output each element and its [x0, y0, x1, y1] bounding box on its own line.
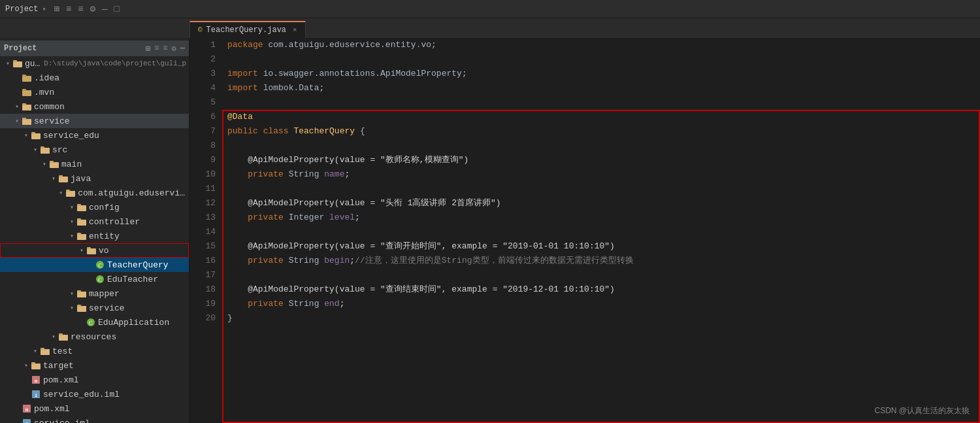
tree-item-2[interactable]: .mvn	[0, 85, 189, 99]
tree-item-17[interactable]: ▾service	[0, 301, 189, 315]
tool-icon-4[interactable]: ⚙	[90, 3, 95, 14]
tree-item-19[interactable]: ▾resources	[0, 330, 189, 344]
sidebar-icon-2[interactable]: ≡	[154, 44, 159, 54]
tree-icon	[77, 303, 86, 313]
tree-item-4[interactable]: ▾service	[0, 114, 189, 128]
tree-arrow: ▾	[21, 131, 31, 139]
svg-rect-14	[50, 162, 59, 168]
code-line-1: package com.atguigu.eduservice.entity.vo…	[227, 38, 970, 52]
line-number-11: 11	[189, 182, 216, 196]
tree-item-0[interactable]: ▾guli_parent D:\study\java\code\project\…	[0, 56, 189, 71]
tree-label: vo	[99, 246, 109, 256]
code-editor[interactable]: 1234567891011121314151617181920 package …	[189, 38, 980, 423]
tree-item-13[interactable]: ▾vo	[0, 243, 189, 258]
svg-rect-0	[13, 61, 22, 67]
tree-item-3[interactable]: ▾common	[0, 99, 189, 114]
tree-item-16[interactable]: ▾mapper	[0, 286, 189, 301]
sidebar-icon-3[interactable]: ≡	[163, 44, 167, 54]
tool-icon-2[interactable]: ≡	[66, 4, 71, 14]
tree-item-9[interactable]: ▾com.atguigu.eduservice	[0, 186, 189, 200]
tree-icon: C	[95, 275, 105, 284]
code-line-15: @ApiModelProperty(value = "查询开始时间", exam…	[227, 239, 970, 254]
tool-icon-6[interactable]: □	[114, 4, 120, 14]
svg-rect-40	[41, 349, 50, 355]
tree-item-22[interactable]: mpom.xml	[0, 373, 189, 387]
project-section-header[interactable]: Project ⊞ ≡ ≡ ⚙ —	[0, 41, 189, 56]
tree-label: service_edu.iml	[43, 390, 120, 399]
line-number-6: 6	[189, 110, 216, 124]
tree-label: controller	[89, 217, 140, 227]
tree-arrow: ▾	[56, 189, 66, 197]
svg-rect-25	[77, 233, 81, 235]
line-number-1: 1	[189, 38, 216, 52]
tree-icon	[41, 347, 50, 356]
tool-icon-3[interactable]: ≡	[78, 4, 83, 14]
svg-rect-43	[31, 362, 35, 364]
tree-icon	[87, 246, 96, 256]
svg-rect-16	[59, 177, 68, 182]
sidebar-icon-5[interactable]: —	[180, 44, 185, 54]
tree-item-23[interactable]: iservice_edu.iml	[0, 387, 189, 401]
code-container: 1234567891011121314151617181920 package …	[189, 38, 980, 423]
sidebar-icon-1[interactable]: ⊞	[146, 44, 150, 54]
tab-close-button[interactable]: ×	[293, 26, 297, 34]
tree-item-5[interactable]: ▾service_edu	[0, 128, 189, 143]
svg-rect-17	[59, 175, 63, 177]
tree-item-14[interactable]: CTeacherQuery	[0, 258, 189, 272]
tree-item-25[interactable]: iservice.iml	[0, 416, 189, 423]
code-line-14	[227, 225, 970, 239]
tree-label: .mvn	[34, 88, 54, 97]
tool-icon-5[interactable]: —	[102, 4, 107, 14]
tree-icon	[22, 88, 31, 97]
tree-arrow: ▾	[67, 218, 77, 226]
tab-file-icon: ©	[198, 26, 203, 34]
title-bar: Project ▾ ⊞ ≡ ≡ ⚙ — □	[0, 0, 980, 18]
tree-item-8[interactable]: ▾java	[0, 171, 189, 186]
tree-item-18[interactable]: CEduApplication	[0, 315, 189, 330]
tree-label: service	[34, 116, 70, 126]
code-line-13: private Integer level;	[227, 211, 970, 225]
tree-item-6[interactable]: ▾src	[0, 143, 189, 157]
svg-rect-6	[22, 105, 31, 110]
tree-item-7[interactable]: ▾main	[0, 157, 189, 171]
tree-item-1[interactable]: .idea	[0, 71, 189, 85]
line-number-18: 18	[189, 282, 216, 297]
line-number-4: 4	[189, 81, 216, 95]
tree-icon	[31, 131, 41, 141]
csdn-watermark: CSDN @认真生活的灰太狼	[874, 405, 970, 416]
sidebar-icon-4[interactable]: ⚙	[172, 44, 176, 54]
tree-item-12[interactable]: ▾entity	[0, 229, 189, 243]
tree-icon	[22, 116, 31, 126]
svg-rect-12	[41, 148, 50, 154]
project-label[interactable]: Project	[5, 5, 38, 14]
svg-text:C: C	[98, 277, 102, 283]
line-number-5: 5	[189, 95, 216, 110]
tree-arrow: ▾	[48, 333, 59, 341]
svg-rect-41	[41, 348, 44, 350]
tree-item-20[interactable]: ▾test	[0, 344, 189, 358]
tab-teacher-query[interactable]: © TeacherQuery.java ×	[189, 21, 306, 38]
tree-arrow: ▾	[48, 175, 59, 182]
tree-item-11[interactable]: ▾controller	[0, 214, 189, 229]
line-number-14: 14	[189, 225, 216, 239]
tree-item-24[interactable]: mpom.xml	[0, 401, 189, 416]
tree-label: service_edu	[43, 131, 99, 141]
tree-label: test	[52, 347, 73, 356]
tree-item-10[interactable]: ▾config	[0, 200, 189, 214]
sidebar-toolbar: ⊞ ≡ ≡ ⚙ —	[146, 44, 185, 54]
svg-rect-19	[66, 190, 70, 192]
tree-label: TeacherQuery	[107, 260, 169, 270]
code-line-5	[227, 95, 970, 110]
tree-label: .idea	[34, 73, 59, 83]
project-header-label: Project	[4, 44, 37, 53]
tree-item-15[interactable]: CEduTeacher	[0, 272, 189, 286]
tab-bar: © TeacherQuery.java ×	[0, 18, 980, 38]
svg-rect-21	[77, 204, 81, 206]
code-line-18: @ApiModelProperty(value = "查询结束时间", exam…	[227, 282, 970, 297]
tree-item-21[interactable]: ▾target	[0, 358, 189, 373]
line-number-9: 9	[189, 153, 216, 167]
project-chevron[interactable]: ▾	[42, 5, 46, 13]
tree-icon: m	[22, 404, 31, 414]
tool-icon-1[interactable]: ⊞	[54, 3, 59, 14]
main-layout: Project ⊞ ≡ ≡ ⚙ — ▾guli_parent D:\study\…	[0, 38, 980, 423]
